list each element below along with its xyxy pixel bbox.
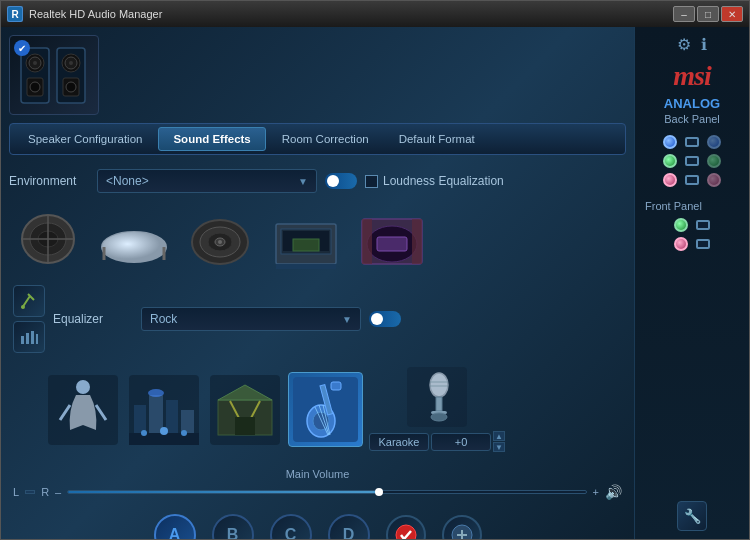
- back-port-pink: [663, 173, 721, 187]
- svg-rect-67: [331, 382, 341, 390]
- tab-sound-effects[interactable]: Sound Effects: [158, 127, 265, 151]
- eq-icon-karaoke[interactable]: [405, 367, 470, 427]
- port-dot-blue: [663, 135, 677, 149]
- front-port-connector-pink[interactable]: [696, 239, 710, 249]
- volume-left-min: [25, 490, 35, 494]
- svg-rect-39: [21, 336, 24, 344]
- svg-point-7: [30, 82, 40, 92]
- app-icon: R: [7, 6, 23, 22]
- svg-point-69: [430, 373, 448, 397]
- karaoke-down[interactable]: ▼: [493, 442, 505, 452]
- right-top-icons: ⚙ ℹ: [677, 35, 707, 54]
- volume-row: L R – + 🔊: [13, 484, 622, 500]
- app-window: R Realtek HD Audio Manager – □ ✕ ✔: [0, 0, 750, 540]
- preset-c-label: C: [285, 526, 297, 539]
- env-icon-bathtub[interactable]: [99, 209, 169, 269]
- back-port-green: [663, 154, 721, 168]
- volume-track[interactable]: [67, 490, 586, 494]
- karaoke-control: Karaoke +0 ▲ ▼: [369, 431, 505, 452]
- karaoke-spinners: ▲ ▼: [493, 431, 505, 452]
- eq-icon-festival[interactable]: [207, 372, 282, 447]
- port-dot-pink: [663, 173, 677, 187]
- preset-a-label: A: [169, 526, 181, 539]
- settings-icon[interactable]: ⚙: [677, 35, 691, 54]
- front-port-pink: [674, 237, 710, 251]
- panel-label: ANALOG: [664, 96, 720, 111]
- volume-thumb: [375, 488, 383, 496]
- right-panel: ⚙ ℹ msi ANALOG Back Panel Fro: [634, 27, 749, 539]
- svg-point-20: [102, 232, 166, 262]
- port-indicator-pink: [707, 173, 721, 187]
- eq-icons-row: Karaoke +0 ▲ ▼: [9, 363, 626, 456]
- volume-plus: +: [593, 486, 599, 498]
- port-connector-green[interactable]: [685, 156, 699, 166]
- svg-rect-70: [436, 397, 442, 411]
- preset-d-button[interactable]: D: [328, 514, 370, 539]
- svg-text:R: R: [11, 9, 19, 20]
- minimize-button[interactable]: –: [673, 6, 695, 22]
- guitar-side-button[interactable]: [13, 285, 45, 317]
- window-controls: – □ ✕: [673, 6, 743, 22]
- loudness-label: Loudness Equalization: [383, 174, 504, 188]
- port-indicator-blue: [707, 135, 721, 149]
- preset-d-label: D: [343, 526, 355, 539]
- svg-point-27: [218, 240, 222, 244]
- port-connector-blue[interactable]: [685, 137, 699, 147]
- svg-point-52: [141, 430, 147, 436]
- front-port-connector-green[interactable]: [696, 220, 710, 230]
- tab-speaker-config[interactable]: Speaker Configuration: [14, 128, 156, 150]
- preset-c-button[interactable]: C: [270, 514, 312, 539]
- volume-right-label: R: [41, 486, 49, 498]
- svg-rect-35: [377, 237, 407, 251]
- check-overlay: ✔: [14, 40, 30, 56]
- preset-b-button[interactable]: B: [212, 514, 254, 539]
- env-icon-stone[interactable]: [13, 209, 83, 269]
- info-icon[interactable]: ℹ: [701, 35, 707, 54]
- port-connector-pink[interactable]: [685, 175, 699, 185]
- eq-toggle[interactable]: [369, 311, 401, 327]
- equalizer-bars-button[interactable]: [13, 321, 45, 353]
- env-icon-arena[interactable]: [357, 209, 427, 269]
- tab-default-format[interactable]: Default Format: [385, 128, 489, 150]
- eq-icon-guitar[interactable]: [288, 372, 363, 447]
- svg-rect-40: [26, 333, 29, 344]
- preset-a-button[interactable]: A: [154, 514, 196, 539]
- front-port-dot-pink: [674, 237, 688, 251]
- sound-effects-content: Environment <None> ▼ Loudness Equalizati…: [9, 165, 626, 539]
- wrench-icon: 🔧: [684, 508, 701, 524]
- svg-point-54: [181, 430, 187, 436]
- loudness-toggle[interactable]: [325, 173, 357, 189]
- apply-button[interactable]: [386, 515, 426, 539]
- environment-value: <None>: [106, 174, 149, 188]
- karaoke-up[interactable]: ▲: [493, 431, 505, 441]
- panel-sublabel: Back Panel: [664, 113, 720, 125]
- wrench-button[interactable]: 🔧: [677, 501, 707, 531]
- env-icon-auditorium[interactable]: [271, 209, 341, 269]
- tab-room-correction[interactable]: Room Correction: [268, 128, 383, 150]
- eq-icon-band[interactable]: [45, 372, 120, 447]
- env-icon-vinyl[interactable]: [185, 209, 255, 269]
- svg-point-11: [69, 61, 73, 65]
- eq-icon-city[interactable]: [126, 372, 201, 447]
- volume-left-label: L: [13, 486, 19, 498]
- svg-rect-59: [235, 417, 255, 435]
- karaoke-value: +0: [431, 433, 491, 451]
- environment-dropdown[interactable]: <None> ▼: [97, 169, 317, 193]
- volume-section: Main Volume L R – + 🔊: [9, 462, 626, 500]
- back-port-blue: [663, 135, 721, 149]
- eq-dropdown-arrow: ▼: [342, 314, 352, 325]
- equalizer-dropdown[interactable]: Rock ▼: [141, 307, 361, 331]
- karaoke-label: Karaoke: [369, 433, 429, 451]
- close-button[interactable]: ✕: [721, 6, 743, 22]
- front-port-dot-green: [674, 218, 688, 232]
- loudness-checkbox[interactable]: [365, 175, 378, 188]
- maximize-button[interactable]: □: [697, 6, 719, 22]
- svg-rect-41: [31, 331, 34, 344]
- bottom-buttons: A B C D: [9, 506, 626, 539]
- environment-row: Environment <None> ▼ Loudness Equalizati…: [9, 165, 626, 197]
- svg-point-38: [21, 305, 25, 309]
- main-content: ✔: [1, 27, 749, 539]
- loudness-check-row: Loudness Equalization: [365, 174, 504, 188]
- cancel-button[interactable]: [442, 515, 482, 539]
- window-title: Realtek HD Audio Manager: [29, 8, 673, 20]
